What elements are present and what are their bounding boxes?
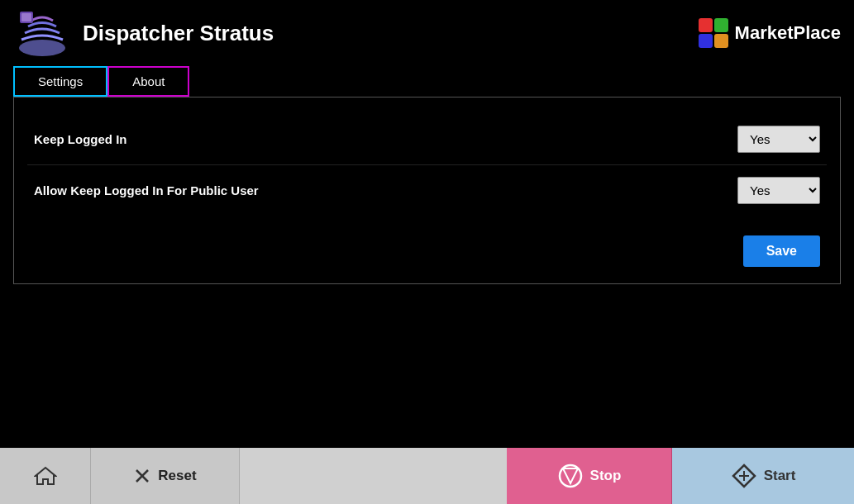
marketplace-icon bbox=[699, 18, 728, 48]
start-label: Start bbox=[764, 468, 796, 484]
save-button[interactable]: Save bbox=[743, 235, 820, 267]
tab-bar: Settings About bbox=[0, 66, 854, 97]
svg-rect-4 bbox=[714, 18, 728, 32]
stop-icon bbox=[557, 463, 584, 489]
allow-public-user-label: Allow Keep Logged In For Public User bbox=[34, 183, 259, 197]
svg-marker-10 bbox=[563, 468, 578, 483]
stop-label: Stop bbox=[590, 468, 622, 484]
allow-public-user-select[interactable]: Yes No bbox=[737, 177, 820, 204]
bottom-toolbar: Reset Stop Start bbox=[0, 448, 854, 504]
app-logo bbox=[13, 8, 71, 58]
header-left: Dispatcher Stratus bbox=[13, 8, 274, 58]
tab-about[interactable]: About bbox=[107, 66, 189, 97]
svg-rect-6 bbox=[714, 34, 728, 48]
keep-logged-in-label: Keep Logged In bbox=[34, 132, 127, 146]
svg-point-0 bbox=[19, 40, 65, 56]
svg-rect-3 bbox=[699, 18, 713, 32]
start-button[interactable]: Start bbox=[672, 448, 854, 504]
home-button[interactable] bbox=[0, 448, 91, 504]
marketplace-label: MarketPlace bbox=[735, 22, 841, 44]
toolbar-spacer bbox=[240, 448, 507, 504]
svg-rect-2 bbox=[21, 13, 31, 21]
settings-panel: Keep Logged In Yes No Allow Keep Logged … bbox=[13, 97, 841, 284]
marketplace-button[interactable]: MarketPlace bbox=[699, 18, 841, 48]
app-title: Dispatcher Stratus bbox=[83, 21, 274, 46]
setting-row-keep-logged-in: Keep Logged In Yes No bbox=[27, 114, 827, 164]
reset-button[interactable]: Reset bbox=[91, 448, 240, 504]
stop-button[interactable]: Stop bbox=[507, 448, 672, 504]
reset-label: Reset bbox=[158, 468, 196, 484]
start-icon bbox=[731, 463, 757, 489]
keep-logged-in-select[interactable]: Yes No bbox=[737, 126, 820, 153]
setting-row-allow-public-user: Allow Keep Logged In For Public User Yes… bbox=[27, 164, 827, 216]
svg-rect-5 bbox=[699, 34, 713, 48]
reset-icon bbox=[133, 467, 151, 485]
save-row: Save bbox=[27, 232, 827, 270]
app-header: Dispatcher Stratus MarketPlace bbox=[0, 0, 854, 66]
home-icon bbox=[34, 464, 57, 487]
tab-settings[interactable]: Settings bbox=[13, 66, 107, 97]
